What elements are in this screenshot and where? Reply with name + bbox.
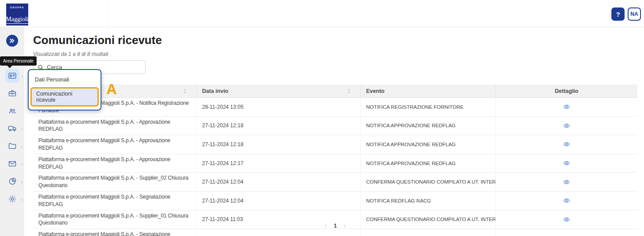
cell-oggetto: Piattaforma e-procurement Maggioli S.p.A… <box>33 135 196 154</box>
cell-oggetto: Piattaforma e-procurement Maggioli S.p.A… <box>33 229 196 236</box>
sidebar-item-folder[interactable]: › <box>0 140 24 152</box>
cell-dettaglio <box>495 229 637 236</box>
table-row: Piattaforma e-procurement Maggioli S.p.A… <box>33 117 637 136</box>
pagination: ‹ 1 › <box>33 222 637 229</box>
cell-data-invio: 27-11-2024 12:17 <box>196 154 360 173</box>
pagination-page-1[interactable]: 1 <box>333 222 337 229</box>
help-button[interactable]: ? <box>611 7 625 21</box>
chevron-right-icon: › <box>21 126 23 132</box>
column-header-data-invio[interactable]: Data invio <box>196 85 360 97</box>
cell-evento: NOTIFICA APPROVAZIONE REDFLAG <box>360 154 495 173</box>
cell-evento: NOTIFICA APPROVAZIONE REDFLAG <box>360 117 495 135</box>
table-header-row: Data invio Evento Dettaglio <box>33 85 637 98</box>
cell-oggetto: Piattaforma e-procurement Maggioli S.p.A… <box>33 117 196 135</box>
eye-icon <box>563 197 570 204</box>
cell-evento: NOTIFICA REDFLAG RACG <box>360 192 495 210</box>
mail-icon <box>8 159 17 168</box>
column-header-dettaglio: Dettaglio <box>495 85 637 97</box>
chevron-right-icon: › <box>21 144 23 149</box>
cell-data-invio: 28-11-2024 13:05 <box>196 98 360 116</box>
eye-icon <box>563 160 570 166</box>
sidebar-item-reports[interactable]: › <box>0 175 24 188</box>
users-icon <box>8 107 17 115</box>
folder-icon <box>8 142 17 151</box>
cell-evento: CONFERMA QUESTIONARIO COMPILATO A UT. IN… <box>360 173 495 191</box>
menu-item-comunicazioni-ricevute[interactable]: Comunicazioni ricevute <box>30 87 99 107</box>
table-row: Piattaforma e-procurement Maggioli S.p.A… <box>33 173 637 192</box>
view-detail-button[interactable] <box>562 103 571 111</box>
cell-oggetto: Piattaforma e-procurement Maggioli S.p.A… <box>33 192 196 210</box>
table-row: Piattaforma e-procurement Maggioli S.p.A… <box>33 192 637 210</box>
cell-data-invio: 27-11-2024 11:03 <box>196 229 360 236</box>
id-card-icon <box>8 71 17 80</box>
table-row: Piattaforma e-procurement Maggioli S.p.A… <box>33 135 637 154</box>
cell-oggetto: Piattaforma e-procurement Maggioli S.p.A… <box>33 154 196 173</box>
truck-icon <box>8 124 17 133</box>
sort-icon <box>183 88 187 93</box>
gear-icon <box>8 195 17 203</box>
briefcase-icon <box>8 89 17 98</box>
sidebar-item-briefcase[interactable] <box>0 87 24 100</box>
cell-dettaglio <box>495 173 637 191</box>
logo-name-label: Maggioli <box>6 16 28 24</box>
cell-oggetto: Piattaforma e-procurement Maggioli S.p.A… <box>33 173 196 191</box>
maggioli-logo: GRUPPO Maggioli <box>6 4 28 26</box>
chevron-right-icon: › <box>21 196 23 202</box>
cell-data-invio: 27-11-2024 12:18 <box>196 117 360 135</box>
sidebar-nav: › › › <box>0 70 24 205</box>
sidebar-item-settings[interactable]: › <box>0 193 24 205</box>
area-personale-menu: Dati Personali Comunicazioni ricevute <box>28 69 101 111</box>
sidebar-item-users[interactable] <box>0 105 24 117</box>
results-summary: Visualizzati da 1 a 8 di 8 risultati <box>33 51 109 57</box>
view-detail-button[interactable] <box>562 196 571 205</box>
table-body: Piattaforma e-procurement Maggioli S.p.A… <box>33 98 637 236</box>
logo-group-label: GRUPPO <box>10 6 24 9</box>
sidebar-item-area-personale[interactable]: › <box>0 70 24 82</box>
sidebar-item-mail[interactable]: › <box>0 158 24 170</box>
cell-dettaglio <box>495 98 637 116</box>
view-detail-button[interactable] <box>562 159 571 167</box>
view-detail-button[interactable] <box>562 178 571 186</box>
view-detail-button[interactable] <box>562 122 571 130</box>
menu-item-dati-personali[interactable]: Dati Personali <box>29 73 101 86</box>
eye-icon <box>563 122 570 129</box>
column-header-evento[interactable]: Evento <box>360 85 495 97</box>
cell-evento: NOTIFICA REGISTRAZIONE FORNITORE <box>360 98 495 116</box>
view-detail-button[interactable] <box>562 234 571 236</box>
main-content: Comunicazioni ricevute Visualizzati da 1… <box>24 27 644 236</box>
annotation-label-a: A <box>106 81 117 98</box>
eye-icon <box>563 141 570 148</box>
eye-icon <box>563 103 570 110</box>
sidebar-expand-button[interactable] <box>6 35 18 47</box>
table-row: Piattaforma e-procurement Maggioli S.p.A… <box>33 154 637 173</box>
cell-evento: NOTIFICA APPROVAZIONE REDFLAG <box>360 135 495 154</box>
table-row: Piattaforma e-procurement Maggioli S.p.A… <box>33 98 637 117</box>
user-avatar-button[interactable]: NA <box>628 7 641 21</box>
pagination-next-icon[interactable]: › <box>344 222 346 229</box>
chevrons-right-icon <box>9 37 15 44</box>
cell-evento: NOTIFICA REDFLAG RACG <box>360 229 495 236</box>
cell-dettaglio <box>495 117 637 135</box>
sort-icon <box>347 88 351 93</box>
tooltip-area-personale: Area Personale <box>0 56 37 66</box>
pie-chart-icon <box>8 177 17 186</box>
cell-dettaglio <box>495 154 637 173</box>
chevron-right-icon: › <box>21 161 23 167</box>
chevron-right-icon: › <box>21 179 23 184</box>
eye-icon <box>563 179 570 185</box>
page-title: Comunicazioni ricevute <box>33 33 162 47</box>
communications-table: Data invio Evento Dettaglio Piattaforma … <box>33 85 637 236</box>
pagination-prev-icon[interactable]: ‹ <box>325 222 327 229</box>
cell-dettaglio <box>495 135 637 154</box>
top-header-bar: GRUPPO Maggioli ? NA <box>0 0 644 27</box>
cell-dettaglio <box>495 192 637 210</box>
header-divider <box>108 0 109 27</box>
chevron-right-icon: › <box>21 73 23 79</box>
sidebar-item-truck[interactable]: › <box>0 122 24 135</box>
view-detail-button[interactable] <box>562 140 571 148</box>
cell-data-invio: 27-11-2024 12:04 <box>196 173 360 191</box>
table-row: Piattaforma e-procurement Maggioli S.p.A… <box>33 229 637 236</box>
cell-data-invio: 27-11-2024 12:18 <box>196 135 360 154</box>
cell-data-invio: 27-11-2024 12:04 <box>196 192 360 210</box>
